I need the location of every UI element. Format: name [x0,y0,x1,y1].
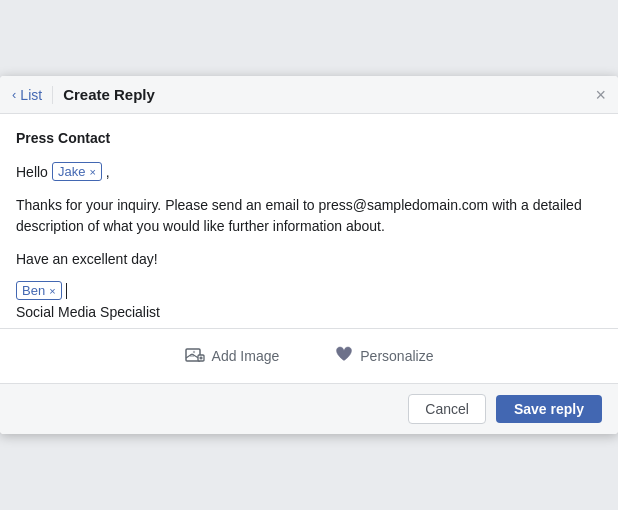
add-image-button[interactable]: Add Image [177,343,288,369]
add-image-icon [185,347,205,365]
greeting-text: Hello [16,164,48,180]
svg-point-2 [192,351,194,353]
modal-dialog: ‹ List Create Reply × Press Contact Hell… [0,76,618,434]
reply-content: Press Contact Hello Jake × , Thanks for … [0,114,618,328]
signature-row: Ben × [16,281,602,300]
closing-text: Have an excellent day! [16,251,602,267]
reply-name: Press Contact [16,130,602,146]
chevron-left-icon: ‹ [12,87,16,102]
greeting-tag-remove[interactable]: × [89,166,95,178]
back-button[interactable]: ‹ List [12,87,42,103]
cancel-button[interactable]: Cancel [408,394,486,424]
personalize-button[interactable]: Personalize [327,341,441,371]
body-line1: Thanks for your inquiry. Please send an … [16,197,582,213]
signature-title: Social Media Specialist [16,304,602,320]
greeting-comma: , [106,164,110,180]
signature-tag-label: Ben [22,283,45,298]
heart-icon [335,345,353,367]
back-label: List [20,87,42,103]
greeting-row: Hello Jake × , [16,162,602,181]
page-title: Create Reply [63,86,595,103]
close-icon[interactable]: × [595,86,606,104]
greeting-tag: Jake × [52,162,102,181]
signature-tag-remove[interactable]: × [49,285,55,297]
personalize-label: Personalize [360,348,433,364]
greeting-tag-label: Jake [58,164,85,179]
add-image-label: Add Image [212,348,280,364]
signature-tag: Ben × [16,281,62,300]
save-reply-button[interactable]: Save reply [496,395,602,423]
body-line2: description of what you would like furth… [16,218,385,234]
header-divider [52,86,53,104]
modal-footer: Cancel Save reply [0,383,618,434]
modal-header: ‹ List Create Reply × [0,76,618,114]
text-cursor [66,283,67,299]
toolbar: Add Image Personalize [0,328,618,383]
body-text: Thanks for your inquiry. Please send an … [16,195,602,237]
